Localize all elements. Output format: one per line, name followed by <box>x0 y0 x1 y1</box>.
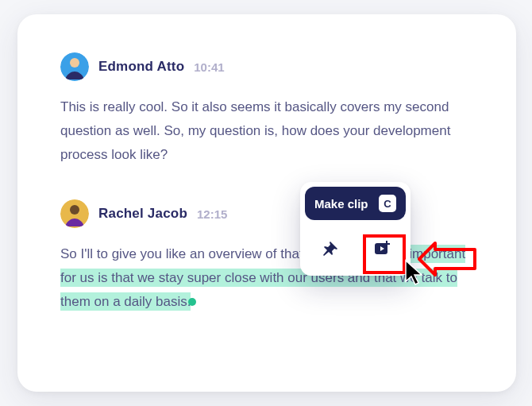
svg-point-1 <box>70 58 79 68</box>
message: Rachel Jacob 12:15 So I'll to give you l… <box>60 199 473 313</box>
selection-popover: Make clip C <box>300 182 411 276</box>
message-body[interactable]: This is really cool. So it also seems it… <box>60 95 473 166</box>
message-header: Rachel Jacob 12:15 <box>60 199 473 228</box>
transcript-card: Edmond Atto 10:41 This is really cool. S… <box>17 14 516 392</box>
timestamp: 10:41 <box>194 60 224 74</box>
avatar <box>60 199 89 228</box>
popover-header: Make clip C <box>305 187 406 220</box>
make-clip-icon <box>372 239 391 258</box>
svg-rect-6 <box>384 243 390 245</box>
timestamp: 12:15 <box>197 207 227 221</box>
message: Edmond Atto 10:41 This is really cool. S… <box>60 52 473 166</box>
message-body[interactable]: So I'll to give you like an overview of … <box>60 242 473 313</box>
pin-icon <box>319 239 338 258</box>
popover-actions <box>300 225 411 276</box>
keyboard-shortcut-badge: C <box>379 195 396 212</box>
svg-point-3 <box>70 205 79 215</box>
message-header: Edmond Atto 10:41 <box>60 52 473 81</box>
author-name: Edmond Atto <box>98 59 184 75</box>
pin-button[interactable] <box>313 233 345 265</box>
avatar <box>60 52 89 81</box>
selection-handle-icon[interactable] <box>188 298 196 306</box>
author-name: Rachel Jacob <box>98 206 187 222</box>
make-clip-button[interactable] <box>366 233 398 265</box>
popover-title: Make clip <box>314 197 368 211</box>
